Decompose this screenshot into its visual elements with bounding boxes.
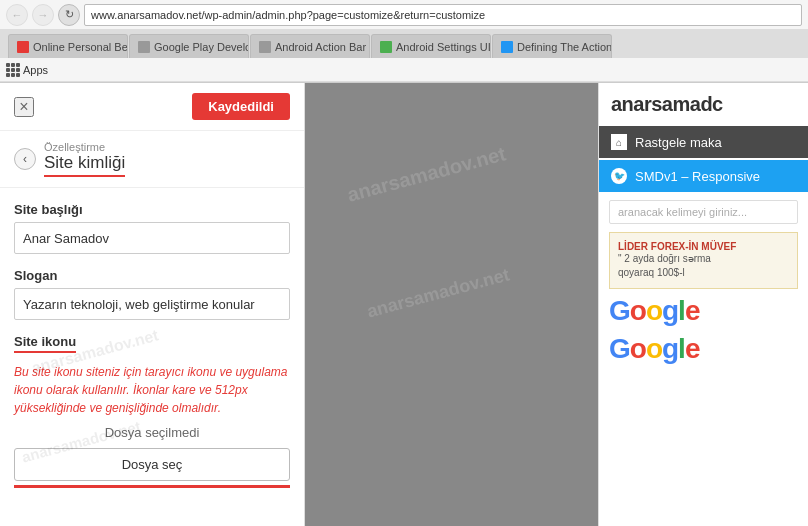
site-icon-group: Site ikonu Bu site ikonu siteniz için ta… bbox=[14, 334, 290, 488]
site-icon-description: Bu site ikonu siteniz için tarayıcı ikon… bbox=[14, 363, 290, 417]
home-icon: ⌂ bbox=[611, 134, 627, 150]
file-select-button[interactable]: Dosya seç bbox=[14, 448, 290, 481]
twitter-icon: 🐦 bbox=[611, 168, 627, 184]
home-menu-item: ⌂ Rastgele maka bbox=[599, 126, 808, 158]
tab-favicon-5 bbox=[501, 41, 513, 53]
ad-title: LİDER FOREX-İN MÜVEF bbox=[618, 241, 789, 252]
site-title-input[interactable] bbox=[14, 222, 290, 254]
main-content: × Kaydedildi ‹ Özelleştirme Site kimliği… bbox=[0, 83, 808, 526]
ad-box: LİDER FOREX-İN MÜVEF " 2 ayda doğrı sərm… bbox=[609, 232, 798, 289]
red-underline bbox=[14, 485, 290, 488]
watermark-center: anarsamadov.net bbox=[345, 142, 508, 206]
site-icon-label: Site ikonu bbox=[14, 334, 76, 353]
panel-header: × Kaydedildi bbox=[0, 83, 304, 131]
center-preview-area: anarsamadov.net anarsamadov.net bbox=[305, 83, 598, 526]
browser-toolbar: ← → ↻ bbox=[0, 0, 808, 30]
breadcrumb-current: Site kimliği bbox=[44, 153, 125, 177]
tab-label-3: Android Action Bar ... bbox=[275, 41, 370, 53]
slogan-label: Slogan bbox=[14, 268, 290, 283]
file-not-selected-text: Dosya seçilmedi bbox=[14, 425, 290, 440]
slogan-input[interactable] bbox=[14, 288, 290, 320]
tab-favicon-4 bbox=[380, 41, 392, 53]
google-logo-1: Google bbox=[609, 295, 798, 327]
tabs-bar: Online Personal Be... Google Play Develo… bbox=[0, 30, 808, 58]
panel-body: Site başlığı Slogan Site ikonu Bu site i… bbox=[0, 188, 304, 516]
tab-label-4: Android Settings UI... bbox=[396, 41, 491, 53]
site-title-preview: anarsamadc bbox=[599, 83, 808, 126]
breadcrumb: Özelleştirme Site kimliği bbox=[44, 141, 125, 177]
twitter-menu-label: SMDv1 – Responsive bbox=[635, 169, 760, 184]
bookmarks-bar: Apps bbox=[0, 58, 808, 82]
tab-favicon-3 bbox=[259, 41, 271, 53]
site-title-group: Site başlığı bbox=[14, 202, 290, 254]
google-logo-2: Google bbox=[609, 333, 798, 365]
reload-button[interactable]: ↻ bbox=[58, 4, 80, 26]
tab-label-1: Online Personal Be... bbox=[33, 41, 128, 53]
ad-text: " 2 ayda doğrı sərma qoyaraq 100$-l bbox=[618, 252, 789, 280]
site-preview-panel: anarsamadc ⌂ Rastgele maka 🐦 SMDv1 – Res… bbox=[598, 83, 808, 526]
breadcrumb-section: ‹ Özelleştirme Site kimliği bbox=[0, 131, 304, 188]
browser-chrome: ← → ↻ Online Personal Be... Google Play … bbox=[0, 0, 808, 83]
ad-amount: qoyaraq 100$-l bbox=[618, 267, 685, 278]
tab-label-2: Google Play Develo... bbox=[154, 41, 249, 53]
back-button[interactable]: ‹ bbox=[14, 148, 36, 170]
close-button[interactable]: × bbox=[14, 97, 34, 117]
save-button[interactable]: Kaydedildi bbox=[192, 93, 290, 120]
address-bar[interactable] bbox=[84, 4, 802, 26]
site-search-box: aranacak kelimeyi giriniz... bbox=[609, 200, 798, 224]
apps-bookmark[interactable]: Apps bbox=[6, 63, 48, 77]
tab-3[interactable]: Android Action Bar ... bbox=[250, 34, 370, 58]
ad-quote: " 2 ayda doğrı sərma bbox=[618, 253, 711, 264]
tab-favicon-2 bbox=[138, 41, 150, 53]
tab-label-5: Defining The Action... bbox=[517, 41, 612, 53]
watermark-center2: anarsamadov.net bbox=[365, 264, 512, 322]
twitter-menu-item: 🐦 SMDv1 – Responsive bbox=[599, 160, 808, 192]
slogan-group: Slogan bbox=[14, 268, 290, 320]
tab-4[interactable]: Android Settings UI... bbox=[371, 34, 491, 58]
tab-1[interactable]: Online Personal Be... bbox=[8, 34, 128, 58]
apps-label: Apps bbox=[23, 64, 48, 76]
customizer-panel: × Kaydedildi ‹ Özelleştirme Site kimliği… bbox=[0, 83, 305, 526]
tab-favicon-1 bbox=[17, 41, 29, 53]
forward-button[interactable]: → bbox=[32, 4, 54, 26]
breadcrumb-parent: Özelleştirme bbox=[44, 141, 125, 153]
tab-5[interactable]: Defining The Action... bbox=[492, 34, 612, 58]
apps-grid-icon bbox=[6, 63, 20, 77]
site-title-label: Site başlığı bbox=[14, 202, 290, 217]
back-button[interactable]: ← bbox=[6, 4, 28, 26]
home-menu-label: Rastgele maka bbox=[635, 135, 722, 150]
tab-2[interactable]: Google Play Develo... bbox=[129, 34, 249, 58]
